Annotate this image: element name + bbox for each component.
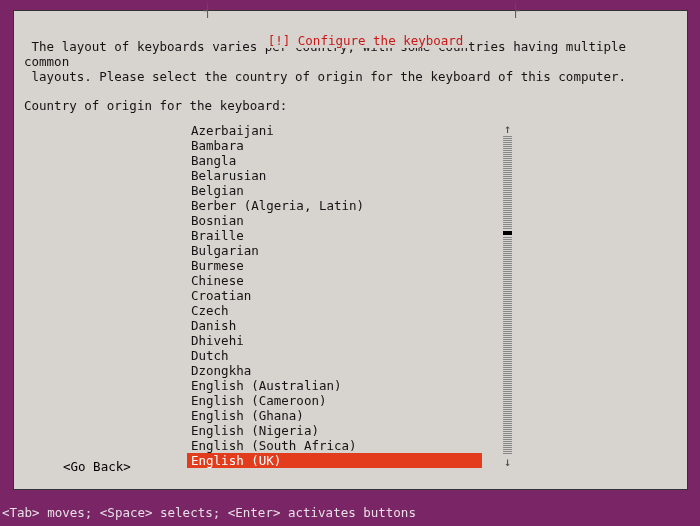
list-item[interactable]: Chinese bbox=[187, 273, 512, 288]
dialog-content: The layout of keyboards varies per count… bbox=[14, 11, 687, 478]
list-item[interactable]: Danish bbox=[187, 318, 512, 333]
scrollbar-track-upper[interactable] bbox=[503, 136, 512, 229]
list-item[interactable]: English (UK) bbox=[187, 453, 482, 468]
list-item[interactable]: Azerbaijani bbox=[187, 123, 512, 138]
scroll-down-icon[interactable]: ↓ bbox=[503, 456, 512, 468]
list-item[interactable]: English (Cameroon) bbox=[187, 393, 512, 408]
dialog-title-row: ┤ [!] Configure the keyboard ├ bbox=[14, 3, 687, 78]
list-item[interactable]: Bambara bbox=[187, 138, 512, 153]
scrollbar-thumb[interactable] bbox=[503, 231, 512, 235]
dialog-frame: ┤ [!] Configure the keyboard ├ The layou… bbox=[13, 10, 688, 490]
scroll-up-icon[interactable]: ↑ bbox=[503, 123, 512, 135]
list-item[interactable]: Bosnian bbox=[187, 213, 512, 228]
list-item[interactable]: Burmese bbox=[187, 258, 512, 273]
list-item[interactable]: Braille bbox=[187, 228, 512, 243]
list-item[interactable]: Berber (Algeria, Latin) bbox=[187, 198, 512, 213]
go-back-button[interactable]: <Go Back> bbox=[63, 459, 131, 474]
list-item[interactable]: English (South Africa) bbox=[187, 438, 512, 453]
list-item[interactable]: English (Australian) bbox=[187, 378, 512, 393]
list-item[interactable]: Belgian bbox=[187, 183, 512, 198]
list-item[interactable]: English (Ghana) bbox=[187, 408, 512, 423]
list-item[interactable]: Dhivehi bbox=[187, 333, 512, 348]
list-item[interactable]: Bangla bbox=[187, 153, 512, 168]
dialog-title: [!] Configure the keyboard bbox=[262, 33, 470, 48]
list-item[interactable]: Dutch bbox=[187, 348, 512, 363]
list-item[interactable]: Dzongkha bbox=[187, 363, 512, 378]
scrollbar-track-lower[interactable] bbox=[503, 237, 512, 455]
list-scrollbar[interactable]: ↑ ↓ bbox=[503, 123, 512, 468]
title-dash-right: ├ bbox=[512, 3, 520, 18]
list-item[interactable]: English (Nigeria) bbox=[187, 423, 512, 438]
list-item[interactable]: Czech bbox=[187, 303, 512, 318]
keyboard-country-list[interactable]: AzerbaijaniBambaraBanglaBelarusianBelgia… bbox=[187, 123, 512, 468]
title-dash-left: ┤ bbox=[204, 3, 212, 18]
list-item[interactable]: Croatian bbox=[187, 288, 512, 303]
status-hint: <Tab> moves; <Space> selects; <Enter> ac… bbox=[0, 505, 416, 520]
list-item[interactable]: Belarusian bbox=[187, 168, 512, 183]
list-item[interactable]: Bulgarian bbox=[187, 243, 512, 258]
prompt-text: Country of origin for the keyboard: bbox=[24, 98, 677, 113]
